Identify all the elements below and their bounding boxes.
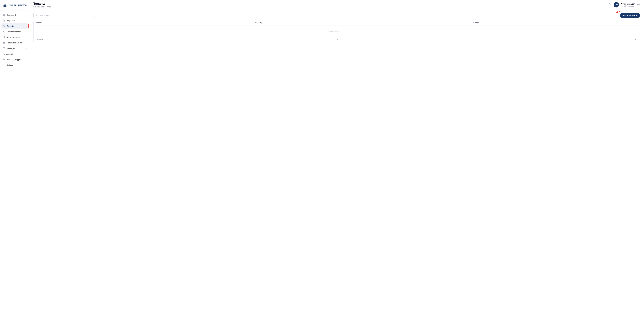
avatar: PM [614,2,619,7]
sidebar-item-service-requests[interactable]: Service Requests [0,34,29,40]
chevron-down-icon: ⌄ [26,53,27,55]
sidebar-item-settings-label: Settings [6,64,13,66]
search-input[interactable] [39,14,93,16]
chevron-down-icon: ⌄ [26,64,27,66]
table-body: No Record Found [34,25,640,37]
sidebar-item-messages[interactable]: Messages ⌄ [0,45,29,51]
nav-list: Dashboard Properties ⌄ Tenants Service P… [0,11,29,321]
table-header: Tenant Property Status [34,20,640,25]
sidebar-item-transaction-history-label: Transaction History [6,42,23,44]
chevron-down-icon: ⌄ [26,47,27,49]
sidebar-item-account[interactable]: Account ⌄ [0,51,29,57]
sidebar-item-messages-label: Messages [6,47,15,49]
settings-icon [2,64,5,66]
no-record-text: No Record Found [325,26,349,37]
invite-button-wrapper: Invite Tenant › [620,13,640,18]
svg-point-12 [3,59,4,60]
tenants-icon [3,25,5,27]
home-trumpeter-logo-icon [2,3,8,8]
chevron-down-icon: ⌄ [26,19,27,21]
main-content: Tenants Welcome back, Prince PM Prince M… [29,0,644,321]
svg-rect-8 [3,36,4,38]
sidebar-item-technical-support-label: Technical Support [6,58,22,60]
sidebar-item-tenants[interactable]: Tenants [1,23,28,29]
table-header-property: Property [255,22,474,24]
sidebar-item-account-label: Account [6,53,13,55]
svg-rect-9 [3,42,4,43]
table-header-status: Status [474,22,638,24]
sidebar-item-service-providers[interactable]: Service Providers [0,29,29,34]
sidebar-item-properties-label: Properties [6,19,15,22]
pagination-count: 1/1 [337,39,340,41]
account-icon [2,52,5,55]
tenants-table: Tenant Property Status No Record Found P… [34,20,640,42]
sidebar-item-dashboard[interactable]: Dashboard [0,12,29,18]
sidebar-item-dashboard-label: Dashboard [6,14,16,16]
service-requests-icon [2,36,5,38]
sidebar-item-transaction-history[interactable]: Transaction History [0,40,29,45]
table-header-tenant: Tenant [36,22,255,24]
sidebar-item-settings[interactable]: Settings ⌄ [0,62,29,68]
sidebar-item-technical-support[interactable]: Technical Support [0,57,29,62]
svg-rect-4 [4,14,4,16]
pagination-next-button[interactable]: Next [634,39,638,41]
chevron-right-icon: › [636,14,637,16]
content-area: Invite Tenant › Tenant Property Status N… [29,10,644,321]
header-left: Tenants Welcome back, Prince [34,2,51,8]
user-details: Prince Manager Operation Manager [620,3,635,7]
header: Tenants Welcome back, Prince PM Prince M… [29,0,644,10]
search-icon [36,14,38,16]
service-providers-icon [2,30,5,33]
logout-icon[interactable] [637,3,640,6]
sidebar-item-properties[interactable]: Properties ⌄ [0,18,29,23]
toolbar: Invite Tenant › [34,13,640,18]
logo-area: OME TRUMPETER [0,0,29,11]
search-box[interactable] [34,13,95,18]
page-subtitle: Welcome back, Prince [34,6,51,8]
svg-rect-2 [3,15,3,16]
svg-point-5 [3,25,4,26]
technical-support-icon [2,58,5,61]
header-right: PM Prince Manager Operation Manager [608,2,640,7]
svg-marker-15 [616,11,618,13]
logo-text: OME TRUMPETER [9,4,27,6]
messages-icon [2,47,5,50]
svg-point-13 [3,65,4,65]
sidebar: OME TRUMPETER Dashboard Properties ⌄ Ten… [0,0,29,321]
svg-point-6 [4,25,5,26]
pagination-previous-button[interactable]: Previous [36,39,43,41]
table-footer: Previous 1/1 Next [34,37,640,42]
properties-icon [2,19,5,22]
notification-bell-icon[interactable] [608,3,611,7]
user-info[interactable]: PM Prince Manager Operation Manager [614,2,635,7]
transaction-icon [2,41,5,44]
page-title: Tenants [34,2,51,5]
user-name: Prince Manager [620,3,635,5]
user-role: Operation Manager [620,5,635,7]
sidebar-item-service-requests-label: Service Requests [6,36,22,38]
sidebar-item-tenants-label: Tenants [7,25,14,27]
chart-icon [2,13,5,16]
invite-tenant-label: Invite Tenant [623,14,635,16]
sidebar-item-service-providers-label: Service Providers [6,30,22,33]
svg-rect-3 [3,14,4,16]
invite-tenant-button[interactable]: Invite Tenant › [620,13,640,18]
